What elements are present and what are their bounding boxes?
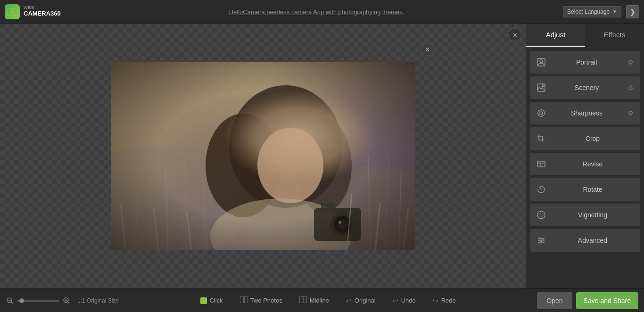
click-label: Click	[210, 297, 223, 304]
tab-adjust[interactable]: Adjust	[526, 24, 585, 47]
rotate-icon	[537, 185, 546, 194]
canvas-area: ✕ ✕	[0, 24, 526, 288]
sharpness-button[interactable]: Sharpness ⚙	[530, 102, 640, 124]
svg-line-61	[68, 302, 70, 304]
zoom-in-button[interactable]	[62, 296, 71, 305]
svg-rect-2	[10, 8, 14, 9]
tool-buttons: Portrait ⚙ Scenery ⚙	[526, 47, 644, 288]
photo-display	[111, 62, 415, 250]
svg-rect-64	[240, 296, 243, 303]
revise-icon	[537, 159, 546, 169]
sharpness-icon	[537, 108, 546, 118]
svg-point-37	[540, 60, 543, 63]
midline-label: Midline	[310, 297, 329, 304]
undo-before-original-icon: ↩	[346, 297, 352, 304]
forward-icon: ❯	[630, 8, 636, 16]
main-content: ✕ ✕ Adjust Effects	[0, 24, 644, 288]
crop-button[interactable]: Crop	[530, 127, 640, 150]
two-photos-button[interactable]: Two Photos	[236, 295, 286, 306]
svg-point-49	[537, 211, 545, 219]
midline-button[interactable]: Midline	[296, 295, 333, 306]
advanced-label: Advanced	[552, 237, 634, 244]
scenery-icon	[537, 83, 546, 92]
vignetting-icon	[537, 210, 546, 220]
logo-area: WEB CAMERA360	[5, 4, 61, 19]
svg-point-41	[540, 112, 543, 115]
redo-icon: ↪	[433, 297, 438, 304]
svg-point-40	[538, 110, 545, 116]
language-label: Select Language	[567, 8, 610, 15]
language-selector[interactable]: Select Language ▼	[563, 6, 621, 17]
vignetting-label: Vignetting	[552, 211, 634, 219]
scenery-gear-icon: ⚙	[627, 84, 634, 91]
original-label: Original	[355, 297, 376, 304]
revise-button[interactable]: Revise	[530, 153, 640, 175]
bottom-right-actions: Open Save and Share	[537, 292, 638, 309]
svg-point-54	[539, 238, 541, 239]
sharpness-gear-icon: ⚙	[627, 109, 634, 117]
undo-label: Undo	[401, 297, 416, 304]
svg-point-56	[540, 241, 542, 243]
original-button[interactable]: ↩ Original	[342, 295, 380, 306]
panel-tabs: Adjust Effects	[526, 24, 644, 47]
close-overlay-btn[interactable]: ✕	[508, 28, 521, 41]
header: WEB CAMERA360 HelloCamera,peerless camer…	[0, 0, 644, 24]
tab-adjust-label: Adjust	[546, 31, 566, 39]
redo-button[interactable]: ↪ Redo	[429, 295, 460, 306]
header-center: HelloCamera,peerless camera App with pho…	[70, 8, 563, 16]
scenery-button[interactable]: Scenery ⚙	[530, 76, 640, 99]
portrait-gear-icon: ⚙	[627, 58, 634, 66]
portrait-button[interactable]: Portrait ⚙	[530, 51, 640, 74]
photo-svg	[111, 62, 415, 250]
rotate-button[interactable]: Rotate	[530, 178, 640, 201]
close-button[interactable]: ✕	[421, 43, 434, 56]
crop-icon	[537, 134, 546, 143]
open-button[interactable]: Open	[537, 292, 572, 309]
zoom-label: 1:1 Original Size	[77, 297, 119, 304]
tagline[interactable]: HelloCamera,peerless camera App with pho…	[229, 8, 404, 16]
crop-label: Crop	[552, 135, 634, 142]
dropdown-arrow-icon: ▼	[612, 9, 617, 14]
rotate-label: Rotate	[552, 186, 634, 193]
svg-point-39	[542, 85, 544, 87]
redo-label: Redo	[441, 297, 456, 304]
bottom-center-controls: Click Two Photos Midline ↩ Original	[119, 295, 537, 306]
undo-icon: ↩	[393, 297, 398, 304]
zoom-controls: 1:1 Original Size	[6, 296, 119, 305]
app-icon	[5, 4, 20, 19]
advanced-icon	[537, 236, 546, 245]
advanced-button[interactable]: Advanced	[530, 229, 640, 252]
zoom-slider[interactable]	[17, 300, 59, 302]
logo-name: CAMERA360	[24, 10, 61, 17]
portrait-label: Portrait	[552, 58, 622, 66]
two-photos-icon	[240, 296, 248, 304]
portrait-icon	[537, 57, 546, 67]
vignetting-button[interactable]: Vignetting	[530, 204, 640, 226]
svg-point-55	[542, 239, 544, 241]
two-photos-label: Two Photos	[250, 297, 282, 304]
svg-rect-35	[111, 62, 415, 250]
midline-icon	[299, 296, 307, 304]
zoom-out-button[interactable]	[6, 296, 14, 305]
svg-point-3	[11, 11, 13, 13]
tab-effects[interactable]: Effects	[585, 24, 644, 47]
scenery-label: Scenery	[552, 84, 622, 91]
click-button[interactable]: Click	[197, 295, 227, 306]
revise-label: Revise	[552, 160, 634, 168]
click-dot-icon	[200, 297, 207, 304]
bottom-bar: 1:1 Original Size Click Two Photos	[0, 288, 644, 312]
zoom-thumb	[19, 298, 24, 303]
header-right: Select Language ▼ ❯	[563, 5, 639, 18]
svg-rect-65	[244, 296, 248, 303]
right-panel: Adjust Effects Portrait ⚙	[526, 24, 644, 288]
svg-rect-46	[537, 161, 545, 167]
photo-container: ✕	[111, 62, 415, 250]
logo-text: WEB CAMERA360	[24, 6, 61, 17]
tab-effects-label: Effects	[604, 31, 626, 39]
svg-line-58	[11, 302, 13, 304]
sharpness-label: Sharpness	[552, 109, 622, 117]
forward-button[interactable]: ❯	[626, 5, 639, 18]
save-share-button[interactable]: Save and Share	[576, 292, 638, 309]
svg-point-50	[539, 213, 543, 217]
undo-button[interactable]: ↩ Undo	[389, 295, 420, 306]
